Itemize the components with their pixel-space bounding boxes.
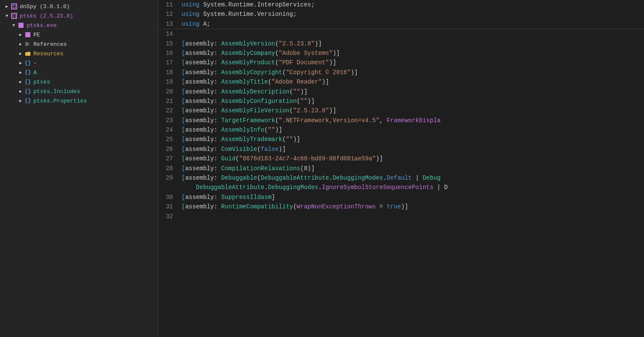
tree-arrow-a-ns[interactable] — [17, 70, 24, 75]
svg-rect-2 — [12, 13, 17, 18]
code-line-14: 14 — [158, 29, 644, 39]
tree-item-resources[interactable]: Resources — [0, 49, 158, 58]
code-line-13: 13 using A; — [158, 19, 644, 29]
tree-arrow-ptsks-exe[interactable] — [10, 23, 17, 28]
tree-arrow-ptsks-ns[interactable] — [17, 79, 24, 84]
tree-item-dash-ns[interactable]: {} - — [0, 58, 158, 68]
tree-item-dnspy[interactable]: dnSpy (3.0.1.0) — [0, 2, 158, 11]
tree-label-resources: Resources — [33, 51, 63, 57]
code-line-30: 30 [assembly: SuppressIldasm] — [158, 193, 644, 202]
code-line-21: 21 [assembly: AssemblyConfiguration("")] — [158, 96, 644, 106]
svg-rect-7 — [25, 42, 29, 43]
tree-label-ptsks-pkg: ptsks (2.5.23.8) — [20, 13, 73, 19]
ptsks-ns-icon: {} — [24, 78, 32, 86]
tree-label-ptsks-ns: ptsks — [33, 79, 50, 85]
pe-icon — [24, 31, 32, 39]
code-line-23: 23 [assembly: TargetFramework(".NETFrame… — [158, 116, 644, 125]
tree-item-ptsks-exe[interactable]: ptsks.exe — [0, 21, 158, 30]
code-line-15: 15 [assembly: AssemblyVersion("2.5.23.8"… — [158, 39, 644, 48]
code-line-11: 11 using System.Runtime.InteropServices; — [158, 0, 644, 9]
code-line-28: 28 [assembly: CompilationRelaxations(8)] — [158, 164, 644, 173]
ptsks-properties-icon: {} — [24, 97, 32, 105]
ptsks-pkg-icon — [10, 12, 18, 20]
tree-label-ptsks-includes: ptsks.Includes — [33, 88, 80, 95]
tree-item-ptsks-properties[interactable]: {} ptsks.Properties — [0, 96, 158, 105]
code-line-25: 25 [assembly: AssemblyTrademark("")] — [158, 135, 644, 144]
code-container: 11 using System.Runtime.InteropServices;… — [158, 0, 644, 221]
code-line-29a: 29 [assembly: Debuggable(DebuggableAttri… — [158, 173, 644, 183]
svg-rect-8 — [25, 44, 30, 45]
code-line-31: 31 [assembly: RuntimeCompatibility(WrapN… — [158, 202, 644, 211]
tree-label-ptsks-properties: ptsks.Properties — [33, 98, 87, 104]
code-editor[interactable]: 11 using System.Runtime.InteropServices;… — [158, 0, 644, 337]
references-icon — [24, 40, 32, 48]
code-line-16: 16 [assembly: AssemblyCompany("Adobe Sys… — [158, 48, 644, 58]
ptsks-exe-icon — [17, 21, 25, 29]
tree-label-references: References — [33, 41, 67, 48]
sidebar: dnSpy (3.0.1.0) ptsks (2.5.23.8) ptsks.e… — [0, 0, 158, 337]
code-line-29b: 29 DebuggableAttribute.DebuggingModes.Ig… — [158, 183, 644, 192]
tree-arrow-dnspy[interactable] — [3, 4, 10, 9]
tree-arrow-ptsks-includes[interactable] — [17, 89, 24, 94]
code-line-19: 19 [assembly: AssemblyTitle("Adobe Reade… — [158, 77, 644, 87]
dnspy-icon — [10, 3, 18, 10]
tree-arrow-references[interactable] — [17, 42, 24, 47]
tree-label-dash-ns: - — [33, 60, 37, 66]
tree-arrow-dash-ns[interactable] — [17, 60, 24, 66]
tree-item-references[interactable]: References — [0, 39, 158, 49]
tree-label-dnspy: dnSpy (3.0.1.0) — [20, 3, 70, 10]
code-line-24: 24 [assembly: AssemblyInfo("")] — [158, 125, 644, 135]
tree-item-ptsks-includes[interactable]: {} ptsks.Includes — [0, 87, 158, 96]
tree-label-ptsks-exe: ptsks.exe — [27, 22, 57, 29]
code-line-32: 32 — [158, 212, 644, 221]
svg-rect-3 — [13, 15, 15, 17]
tree-item-pe[interactable]: PE — [0, 30, 158, 39]
code-line-18: 18 [assembly: AssemblyCopyright("Copyrig… — [158, 68, 644, 77]
svg-rect-1 — [13, 5, 15, 8]
tree-arrow-ptsks-properties[interactable] — [17, 98, 24, 103]
tree-arrow-pe[interactable] — [17, 32, 24, 37]
svg-rect-0 — [12, 4, 17, 9]
code-line-17: 17 [assembly: AssemblyProduct("PDF Docum… — [158, 58, 644, 67]
code-line-12: 12 using System.Runtime.Versioning; — [158, 9, 644, 19]
tree-label-a-ns: A — [33, 69, 37, 76]
svg-rect-6 — [25, 32, 30, 37]
tree-arrow-ptsks-pkg[interactable] — [3, 14, 10, 18]
a-ns-icon: {} — [24, 69, 32, 76]
resources-icon — [24, 50, 32, 57]
tree-item-a-ns[interactable]: {} A — [0, 68, 158, 77]
svg-rect-5 — [19, 24, 23, 27]
ptsks-includes-icon: {} — [24, 87, 32, 95]
code-line-20: 20 [assembly: AssemblyDescription("")] — [158, 87, 644, 96]
tree-arrow-resources[interactable] — [17, 51, 24, 56]
svg-rect-9 — [25, 45, 28, 46]
tree-label-pe: PE — [33, 32, 40, 38]
tree-item-ptsks-ns[interactable]: {} ptsks — [0, 77, 158, 87]
code-line-22: 22 [assembly: AssemblyFileVersion("2.5.2… — [158, 106, 644, 115]
code-line-26: 26 [assembly: ComVisible(false)] — [158, 144, 644, 154]
tree-item-ptsks-pkg[interactable]: ptsks (2.5.23.8) — [0, 11, 158, 21]
dash-ns-icon: {} — [24, 59, 32, 67]
code-line-27: 27 [assembly: Guid("8676d183-24c7-4c68-b… — [158, 154, 644, 163]
